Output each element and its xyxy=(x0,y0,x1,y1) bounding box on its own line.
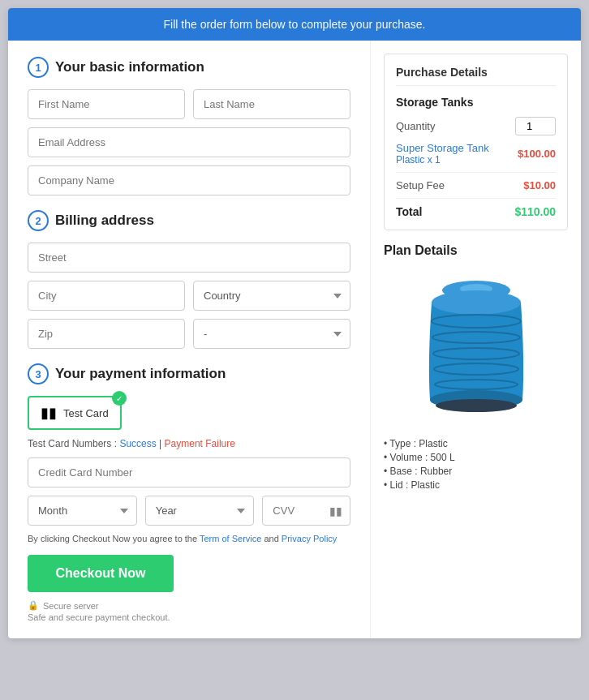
total-price: $110.00 xyxy=(514,205,556,218)
basic-info-title: Your basic information xyxy=(55,59,204,75)
company-row xyxy=(28,165,350,195)
card-label: Test Card xyxy=(63,407,109,419)
city-input[interactable] xyxy=(28,281,185,311)
tank-image xyxy=(403,266,549,428)
card-check-icon: ✓ xyxy=(112,391,127,406)
purchase-title: Purchase Details xyxy=(396,66,556,86)
zip-input[interactable] xyxy=(28,319,185,349)
terms-text: By clicking Checkout Now you agree to th… xyxy=(28,534,350,543)
basic-info-header: 1 Your basic information xyxy=(28,57,350,78)
product-price: $100.00 xyxy=(518,148,556,160)
last-name-input[interactable] xyxy=(193,89,350,119)
plan-detail-item: Volume : 500 L xyxy=(384,452,568,463)
billing-header: 2 Billing address xyxy=(28,210,350,231)
quantity-label: Quantity xyxy=(396,120,435,132)
month-select[interactable]: Month 010203 040506 070809 101112 xyxy=(28,496,137,526)
plan-detail-item: Type : Plastic xyxy=(384,438,568,449)
payment-header: 3 Your payment information xyxy=(28,363,350,384)
country-select[interactable]: Country United States United Kingdom Can… xyxy=(193,281,350,311)
billing-title: Billing address xyxy=(55,213,154,229)
setup-fee-row: Setup Fee $10.00 xyxy=(396,179,556,191)
failure-link[interactable]: Payment Failure xyxy=(165,438,235,449)
company-input[interactable] xyxy=(28,165,350,195)
email-input[interactable] xyxy=(28,127,350,157)
top-banner: Fill the order form below to complete yo… xyxy=(8,8,581,41)
main-content: 1 Your basic information 2 Billing addre… xyxy=(8,41,581,638)
privacy-link[interactable]: Privacy Policy xyxy=(282,534,337,543)
year-select[interactable]: Year 202420252026 202720282029 xyxy=(145,496,255,526)
name-row xyxy=(28,89,350,119)
first-name-input[interactable] xyxy=(28,89,185,119)
quantity-row: Quantity xyxy=(396,117,556,135)
cvv-wrap: ▮▮ xyxy=(262,496,350,526)
street-input[interactable] xyxy=(28,243,350,273)
secure-row: 🔒 Secure server xyxy=(28,600,350,611)
zip-state-row: - xyxy=(28,319,350,349)
cvv-card-icon: ▮▮ xyxy=(329,505,342,517)
setup-label: Setup Fee xyxy=(396,179,445,191)
city-country-row: Country United States United Kingdom Can… xyxy=(28,281,350,311)
total-row: Total $110.00 xyxy=(396,205,556,218)
street-row xyxy=(28,243,350,273)
step-3-circle: 3 xyxy=(28,363,49,384)
card-icon: ▮▮ xyxy=(41,404,57,422)
divider-1 xyxy=(396,172,556,173)
purchase-box: Purchase Details Storage Tanks Quantity … xyxy=(384,54,568,230)
plan-details-list: Type : PlasticVolume : 500 LBase : Rubbe… xyxy=(384,438,568,491)
product-full-name: Super Storage Tank xyxy=(396,142,489,154)
svg-point-3 xyxy=(432,290,521,315)
step-2-circle: 2 xyxy=(28,210,49,231)
payment-title: Your payment information xyxy=(55,366,226,382)
lock-icon: 🔒 xyxy=(28,600,39,611)
cc-row xyxy=(28,457,350,487)
cvv-row: Month 010203 040506 070809 101112 Year 2… xyxy=(28,496,350,526)
step-1-circle: 1 xyxy=(28,57,49,78)
right-panel: Purchase Details Storage Tanks Quantity … xyxy=(371,41,581,638)
plan-title: Plan Details xyxy=(384,243,568,258)
left-panel: 1 Your basic information 2 Billing addre… xyxy=(8,41,371,638)
test-card-info: Test Card Numbers : Success | Payment Fa… xyxy=(28,438,350,449)
plan-detail-item: Base : Rubber xyxy=(384,466,568,477)
plan-detail-item: Lid : Plastic xyxy=(384,479,568,491)
secure-label: Secure server xyxy=(43,601,98,611)
quantity-input[interactable] xyxy=(515,117,556,135)
svg-point-10 xyxy=(436,399,517,412)
cc-input[interactable] xyxy=(28,457,350,487)
success-link[interactable]: Success xyxy=(119,438,156,449)
terms-link[interactable]: Term of Service xyxy=(200,534,261,543)
state-select[interactable]: - xyxy=(193,319,350,349)
product-price-row: Super Storage Tank Plastic x 1 $100.00 xyxy=(396,142,556,165)
banner-text: Fill the order form below to complete yo… xyxy=(164,18,426,31)
card-option[interactable]: ▮▮ Test Card ✓ xyxy=(28,396,122,430)
email-row xyxy=(28,127,350,157)
checkout-button[interactable]: Checkout Now xyxy=(28,555,174,592)
plan-details: Plan Details xyxy=(384,243,568,491)
checkout-container: Fill the order form below to complete yo… xyxy=(8,8,581,638)
product-name: Storage Tanks xyxy=(396,96,556,109)
total-label: Total xyxy=(396,205,422,218)
secure-sub: Safe and secure payment checkout. xyxy=(28,612,350,622)
setup-price: $10.00 xyxy=(523,179,556,191)
divider-2 xyxy=(396,198,556,199)
secure-info: 🔒 Secure server Safe and secure payment … xyxy=(28,600,350,622)
product-desc: Plastic x 1 xyxy=(396,154,489,165)
